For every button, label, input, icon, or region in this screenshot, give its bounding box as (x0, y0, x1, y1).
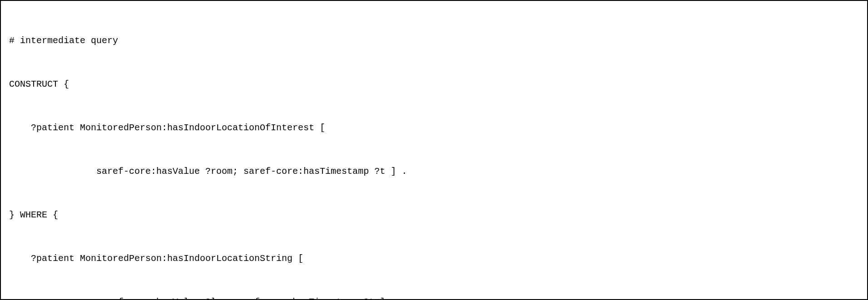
code-line: ?patient MonitoredPerson:hasIndoorLocati… (9, 121, 859, 135)
code-line: CONSTRUCT { (9, 77, 859, 92)
code-line: } WHERE { (9, 208, 859, 222)
code-line: ?patient MonitoredPerson:hasIndoorLocati… (9, 251, 859, 266)
code-line: saref-core:hasValue ?l ; saref-core:hasT… (9, 295, 859, 300)
code-line: # intermediate query (9, 34, 859, 48)
code-line: saref-core:hasValue ?room; saref-core:ha… (9, 164, 859, 179)
code-block: # intermediate query CONSTRUCT { ?patien… (0, 0, 868, 300)
